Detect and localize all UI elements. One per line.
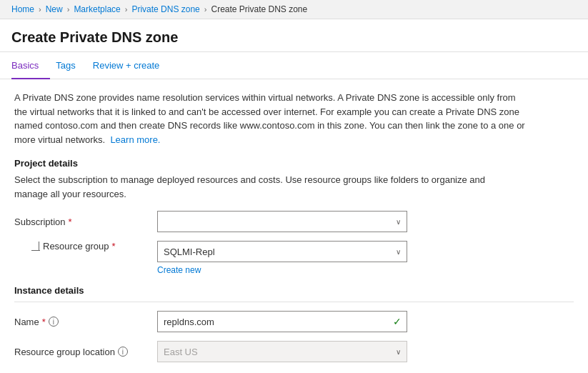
tab-tags[interactable]: Tags (56, 53, 86, 79)
breadcrumb-sep-4: › (204, 5, 207, 14)
name-row: Name * i ✓ (14, 311, 574, 332)
breadcrumb-marketplace[interactable]: Marketplace (74, 4, 120, 14)
location-dropdown: East US ∨ (157, 341, 407, 362)
resource-group-value: SQLMI-Repl (164, 247, 215, 257)
subscription-label: Subscription * (14, 217, 157, 227)
location-dropdown-wrapper: East US ∨ (157, 341, 407, 362)
resource-group-label-container: Resource group * (43, 241, 116, 252)
location-row: Resource group location i East US ∨ (14, 341, 574, 362)
breadcrumb-private-dns-zone[interactable]: Private DNS zone (131, 4, 199, 14)
name-required: * (42, 317, 46, 327)
name-label: Name * i (14, 317, 157, 327)
name-input-wrapper: ✓ (157, 311, 407, 332)
breadcrumb-sep-3: › (125, 5, 128, 14)
project-details-heading: Project details (14, 158, 574, 169)
subscription-dropdown[interactable]: ∨ (157, 211, 407, 232)
resource-group-row: Resource group * SQLMI-Repl ∨ (14, 241, 574, 262)
indent-horizontal-line (31, 250, 40, 251)
breadcrumb: Home › New › Marketplace › Private DNS z… (0, 0, 588, 19)
breadcrumb-home[interactable]: Home (11, 4, 34, 14)
breadcrumb-new[interactable]: New (46, 4, 63, 14)
instance-details-heading: Instance details (14, 285, 574, 296)
tab-basics[interactable]: Basics (11, 53, 50, 79)
tab-review-create[interactable]: Review + create (93, 53, 171, 79)
subscription-required: * (69, 217, 72, 227)
subscription-row: Subscription * ∨ (14, 211, 574, 232)
indent-vertical-line (39, 242, 39, 250)
learn-more-link[interactable]: Learn more. (110, 134, 160, 145)
create-new-link[interactable]: Create new (157, 265, 574, 275)
description-text: A Private DNS zone provides name resolut… (14, 91, 529, 146)
subscription-chevron-icon: ∨ (396, 218, 401, 226)
location-label: Resource group location i (14, 347, 157, 357)
resource-group-dropdown-wrapper: SQLMI-Repl ∨ (157, 241, 407, 262)
breadcrumb-sep-2: › (67, 5, 70, 14)
page-title: Create Private DNS zone (0, 19, 588, 52)
location-value: East US (164, 347, 198, 357)
project-details-description: Select the subscription to manage deploy… (14, 173, 514, 201)
location-chevron-icon: ∨ (396, 348, 401, 356)
resource-group-chevron-icon: ∨ (396, 248, 401, 256)
resource-group-dropdown[interactable]: SQLMI-Repl ∨ (157, 241, 407, 262)
content-area: A Private DNS zone provides name resolut… (0, 79, 588, 367)
location-info-icon[interactable]: i (118, 347, 128, 357)
breadcrumb-current: Create Private DNS zone (211, 4, 307, 14)
tabs-container: Basics Tags Review + create (0, 52, 588, 79)
resource-group-label: Resource group * (43, 241, 116, 252)
subscription-dropdown-wrapper: ∨ (157, 211, 407, 232)
indent-connector: Resource group * (14, 241, 157, 252)
instance-divider (14, 302, 574, 302)
breadcrumb-sep-1: › (39, 5, 41, 14)
name-info-icon[interactable]: i (49, 317, 59, 327)
name-input[interactable] (157, 311, 407, 332)
name-check-icon: ✓ (393, 316, 402, 327)
resource-group-required: * (112, 241, 116, 252)
